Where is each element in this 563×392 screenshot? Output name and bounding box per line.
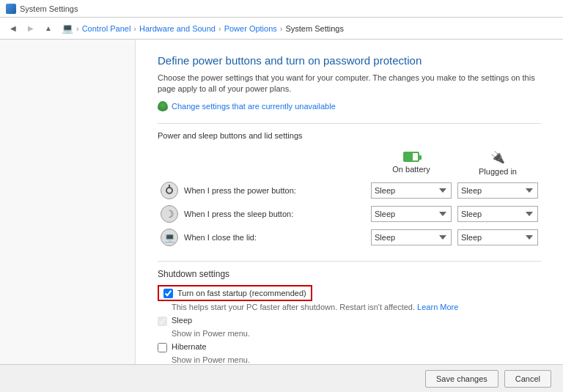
plug-icon: 🔌: [490, 150, 505, 164]
forward-button[interactable]: ▶: [23, 21, 38, 36]
section-divider-1: [158, 123, 541, 124]
table-row: 💻 When I close the lid: Sleep Hibernate …: [158, 226, 541, 249]
laptop-icon: 💻: [164, 232, 175, 243]
sleep-desc: Show in Power menu.: [172, 329, 541, 338]
sidebar: [0, 40, 136, 364]
row2-label: When I press the sleep button:: [184, 210, 293, 218]
breadcrumb-current: System Settings: [285, 24, 343, 33]
bottom-bar: Save changes Cancel: [0, 364, 563, 392]
col-action-header: [158, 147, 368, 179]
sleep-battery-select[interactable]: Sleep Hibernate Shut down Do nothing: [371, 206, 452, 222]
breadcrumb-icon: 💻: [62, 23, 73, 34]
change-settings-link[interactable]: Change settings that are currently unava…: [158, 101, 541, 111]
title-bar-icon: [6, 4, 16, 14]
nav-bar: ◀ ▶ ▲ 💻 › Control Panel › Hardware and S…: [0, 18, 563, 40]
row3-label: When I close the lid:: [184, 233, 257, 242]
col-plugged-label: Plugged in: [479, 167, 517, 176]
col-battery-header: On battery: [368, 147, 455, 179]
content-panel: Define power buttons and turn on passwor…: [136, 40, 563, 364]
table-row: When I press the power button: Sleep Hib…: [158, 179, 541, 202]
lid-icon: 💻: [161, 229, 178, 246]
col-plugged-header: 🔌 Plugged in: [455, 147, 541, 179]
breadcrumb-power[interactable]: Power Options: [224, 24, 277, 33]
section-divider-2: [158, 261, 541, 262]
power-button-icon: [161, 182, 178, 199]
page-description: Choose the power settings that you want …: [158, 73, 541, 95]
shield-icon: [158, 101, 168, 111]
up-button[interactable]: ▲: [41, 21, 56, 36]
power-settings-table: On battery 🔌 Plugged in: [158, 147, 541, 249]
shutdown-section: Shutdown settings Turn on fast startup (…: [158, 269, 541, 364]
breadcrumb-hardware[interactable]: Hardware and Sound: [139, 24, 216, 33]
back-button[interactable]: ◀: [6, 21, 21, 36]
power-battery-select[interactable]: Sleep Hibernate Shut down Do nothing: [371, 182, 452, 199]
fast-startup-highlight-box: Turn on fast startup (recommended): [158, 285, 312, 301]
title-bar: System Settings: [0, 0, 563, 18]
lid-plugged-select[interactable]: Sleep Hibernate Shut down Do nothing: [457, 229, 538, 245]
table-row: ☽ When I press the sleep button: Sleep H…: [158, 202, 541, 226]
power-plugged-select[interactable]: Sleep Hibernate Shut down Do nothing: [457, 182, 538, 199]
breadcrumb-control-panel[interactable]: Control Panel: [82, 24, 131, 33]
lid-battery-select[interactable]: Sleep Hibernate Shut down Do nothing: [371, 229, 452, 245]
learn-more-link[interactable]: Learn More: [417, 303, 458, 311]
fast-startup-desc: This helps start your PC faster after sh…: [172, 303, 541, 311]
cancel-button[interactable]: Cancel: [504, 370, 551, 388]
battery-icon: [403, 152, 419, 162]
page-title: Define power buttons and turn on passwor…: [158, 54, 541, 67]
title-bar-text: System Settings: [20, 4, 78, 13]
sleep-checkbox-row: Sleep: [158, 316, 541, 326]
row1-label: When I press the power button:: [184, 186, 296, 195]
shutdown-section-label: Shutdown settings: [158, 269, 541, 279]
sleep-checkbox[interactable]: [158, 317, 167, 326]
sleep-plugged-select[interactable]: Sleep Hibernate Shut down Do nothing: [457, 206, 538, 222]
hibernate-checkbox-row: Hibernate: [158, 342, 541, 352]
save-button[interactable]: Save changes: [425, 370, 498, 388]
main-area: Define power buttons and turn on passwor…: [0, 40, 563, 364]
sleep-button-icon: ☽: [161, 205, 178, 223]
fast-startup-label[interactable]: Turn on fast startup (recommended): [177, 289, 306, 297]
section1-label: Power and sleep buttons and lid settings: [158, 131, 541, 140]
fast-startup-container: Turn on fast startup (recommended): [158, 285, 541, 301]
col-battery-label: On battery: [392, 165, 430, 174]
moon-icon: ☽: [165, 208, 174, 220]
hibernate-checkbox[interactable]: [158, 343, 167, 352]
sleep-checkbox-label: Sleep: [172, 316, 192, 325]
breadcrumb: 💻 › Control Panel › Hardware and Sound ›…: [62, 23, 344, 34]
fast-startup-checkbox[interactable]: [163, 289, 173, 298]
hibernate-checkbox-label: Hibernate: [172, 342, 207, 351]
hibernate-desc: Show in Power menu.: [172, 355, 541, 364]
